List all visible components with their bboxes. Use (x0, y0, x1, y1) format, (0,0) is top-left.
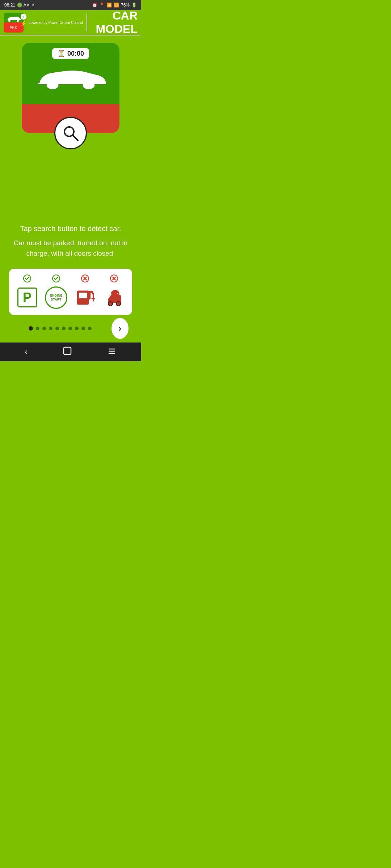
status-time-section: 08:21 🟢 A✕ ☀ (4, 3, 35, 8)
req-parked: P (16, 275, 39, 309)
dot-4[interactable] (55, 327, 59, 330)
next-button[interactable]: › (112, 318, 129, 339)
car-silhouette (34, 63, 107, 93)
doors-status-icon (110, 275, 118, 284)
dot-8[interactable] (81, 327, 85, 330)
charging-icon-box (73, 286, 97, 309)
parked-status-icon (23, 275, 31, 284)
app-header: PKC ✓ ⚡ powered by Power Cruise Control … (0, 10, 141, 35)
svg-rect-10 (79, 293, 87, 298)
dot-0[interactable] (29, 326, 33, 331)
page-title: CAR MODEL (91, 9, 138, 36)
engine-icon-box: ENGINESTART (45, 286, 68, 309)
pagination (9, 326, 112, 331)
nav-back-button[interactable]: ‹ (25, 347, 27, 357)
nav-recent-button[interactable] (107, 346, 117, 358)
requirements-card: P ENGINESTART (9, 269, 132, 315)
car-svg (34, 63, 107, 92)
dot-1[interactable] (36, 327, 39, 330)
wifi-icon: 📶 (106, 3, 112, 8)
home-icon (63, 346, 72, 356)
dot-5[interactable] (62, 327, 66, 330)
door-open-icon (105, 287, 123, 308)
svg-point-3 (83, 81, 95, 89)
charging-icon (75, 287, 95, 308)
parking-icon: P (17, 288, 37, 307)
svg-line-17 (107, 296, 109, 298)
charging-status-icon (81, 275, 89, 284)
doors-icon-box (102, 286, 126, 309)
main-content: ⏳ 00:00 Tap search button (0, 35, 141, 342)
dot-9[interactable] (88, 327, 92, 330)
car-card-top: ⏳ 00:00 (22, 43, 119, 104)
status-bar: 08:21 🟢 A✕ ☀ ⏰ 📍 📶 📶 76% 🔋 (0, 0, 141, 10)
dot-7[interactable] (75, 327, 79, 330)
status-icons: 🟢 A✕ ☀ (17, 3, 35, 8)
battery-pct: 76% (121, 3, 130, 8)
engine-start-icon: ENGINESTART (45, 286, 67, 309)
svg-point-2 (47, 81, 59, 89)
car-icon-small (5, 14, 22, 22)
svg-rect-19 (64, 347, 71, 354)
info-text-primary: Tap search button to detect car. (13, 224, 129, 234)
info-text-secondary: Car must be parked, turned on, not in ch… (13, 238, 129, 259)
header-divider (87, 13, 87, 31)
svg-point-15 (116, 302, 121, 306)
timer-badge: ⏳ 00:00 (52, 48, 89, 59)
alarm-icon: ⏰ (92, 3, 97, 8)
nav-home-button[interactable] (63, 346, 72, 358)
req-charging (73, 275, 97, 309)
dot-3[interactable] (49, 327, 52, 330)
recent-apps-icon (107, 346, 117, 356)
req-doors (102, 275, 126, 309)
timer-display: 00:00 (67, 50, 84, 58)
svg-point-1 (17, 20, 19, 22)
nav-bar: ‹ (0, 342, 141, 361)
svg-rect-11 (89, 292, 91, 299)
battery-icon: 🔋 (131, 3, 137, 8)
svg-point-14 (108, 302, 113, 306)
pkc-label: PKC (9, 26, 17, 29)
bottom-row: › (5, 318, 136, 339)
dot-2[interactable] (42, 327, 46, 330)
powered-by-text: powered by Power Cruise Control (29, 21, 83, 25)
search-button[interactable] (54, 117, 87, 149)
location-icon: 📍 (99, 3, 105, 8)
parked-icon-box: P (16, 286, 39, 309)
svg-point-0 (8, 20, 10, 22)
verified-badge: ✓ (21, 14, 26, 20)
status-right-section: ⏰ 📍 📶 📶 76% 🔋 (92, 3, 137, 8)
signal-icon: 📶 (114, 3, 119, 8)
hourglass-icon: ⏳ (57, 50, 65, 58)
status-time: 08:21 (4, 3, 15, 8)
charge-icon: ⚡ (21, 20, 27, 26)
svg-line-5 (73, 135, 78, 140)
engine-status-icon (52, 275, 60, 284)
search-icon (62, 124, 79, 142)
dot-6[interactable] (68, 327, 72, 330)
req-engine: ENGINESTART (45, 275, 68, 309)
info-section: Tap search button to detect car. Car mus… (5, 220, 136, 262)
header-subtitle: powered by Power Cruise Control (29, 21, 83, 25)
car-card: ⏳ 00:00 (22, 43, 119, 133)
